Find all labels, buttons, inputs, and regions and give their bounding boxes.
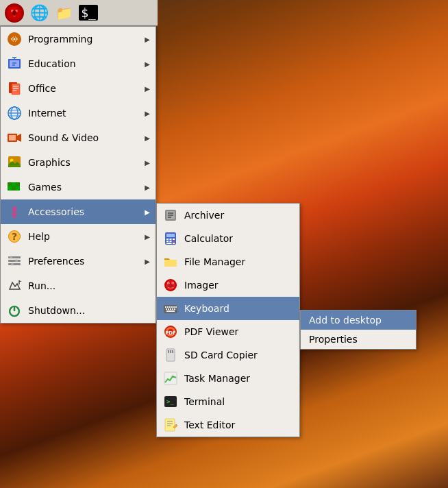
svg-rect-28 bbox=[16, 182, 20, 186]
globe-button[interactable]: 🌐 bbox=[27, 2, 51, 24]
folder-button[interactable]: 📁 bbox=[52, 2, 75, 24]
office-label: Office bbox=[28, 83, 145, 94]
terminal-button[interactable]: $_ bbox=[77, 2, 100, 24]
programming-label: Programming bbox=[28, 34, 145, 45]
add-to-desktop-label: Add to desktop bbox=[309, 315, 408, 326]
svg-rect-11 bbox=[12, 84, 20, 95]
pdf-viewer-label: PDF Viewer bbox=[184, 326, 294, 337]
menu-item-terminal[interactable]: >_ Terminal bbox=[157, 390, 299, 413]
graphics-arrow: ▶ bbox=[145, 159, 150, 167]
menu-item-keyboard[interactable]: Keyboard bbox=[157, 297, 299, 320]
menu-item-properties[interactable]: Properties bbox=[301, 330, 416, 349]
calculator-icon bbox=[162, 230, 179, 247]
games-label: Games bbox=[28, 182, 145, 193]
menu-item-sound-video[interactable]: Sound & Video ▶ bbox=[1, 125, 155, 150]
menu-item-add-to-desktop[interactable]: Add to desktop bbox=[301, 310, 416, 330]
games-icon bbox=[6, 179, 23, 195]
svg-point-7 bbox=[14, 38, 16, 40]
svg-rect-59 bbox=[164, 260, 177, 267]
svg-rect-9 bbox=[10, 60, 19, 67]
svg-rect-70 bbox=[173, 306, 175, 308]
svg-point-17 bbox=[8, 107, 21, 119]
svg-rect-31 bbox=[12, 214, 17, 215]
menu-item-text-editor[interactable]: Text Editor bbox=[157, 413, 299, 437]
menu-item-games[interactable]: Games ▶ bbox=[1, 175, 155, 199]
svg-rect-55 bbox=[170, 241, 172, 242]
main-menu: Programming ▶ Education ▶ Office ▶ bbox=[0, 26, 156, 324]
calculator-label: Calculator bbox=[184, 233, 294, 244]
file-manager-icon bbox=[162, 254, 179, 270]
menu-item-file-manager[interactable]: File Manager bbox=[157, 250, 299, 273]
svg-rect-24 bbox=[8, 182, 12, 186]
menu-item-preferences[interactable]: Preferences ▶ bbox=[1, 249, 155, 273]
svg-rect-46 bbox=[168, 212, 173, 214]
svg-rect-77 bbox=[166, 310, 175, 312]
menu-item-help[interactable]: ? Help ▶ bbox=[1, 224, 155, 249]
menu-item-graphics[interactable]: Graphics ▶ bbox=[1, 150, 155, 175]
help-icon: ? bbox=[6, 228, 23, 245]
menu-item-education[interactable]: Education ▶ bbox=[1, 51, 155, 76]
graphics-icon bbox=[6, 154, 23, 171]
sd-card-copier-label: SD Card Copier bbox=[184, 350, 294, 361]
task-manager-label: Task Manager bbox=[184, 373, 294, 384]
svg-point-64 bbox=[168, 281, 173, 289]
preferences-arrow: ▶ bbox=[145, 258, 150, 265]
svg-point-40 bbox=[11, 263, 14, 266]
accessories-submenu: Archiver Calculator bbox=[156, 203, 300, 437]
shutdown-label: Shutdown... bbox=[28, 305, 150, 316]
menu-item-sd-card-copier[interactable]: SD Card Copier bbox=[157, 343, 299, 367]
preferences-icon bbox=[6, 253, 23, 269]
raspberry-icon bbox=[5, 3, 24, 23]
svg-rect-73 bbox=[168, 308, 169, 310]
menu-item-accessories[interactable]: Accessories ▶ bbox=[1, 199, 155, 224]
svg-text:PDF: PDF bbox=[165, 330, 176, 336]
svg-rect-58 bbox=[173, 243, 175, 244]
accessories-arrow: ▶ bbox=[145, 208, 150, 216]
internet-icon bbox=[6, 105, 23, 121]
menu-item-archiver[interactable]: Archiver bbox=[157, 204, 299, 227]
svg-rect-27 bbox=[12, 186, 16, 191]
text-editor-label: Text Editor bbox=[184, 419, 294, 430]
svg-rect-29 bbox=[16, 186, 20, 191]
file-manager-label: File Manager bbox=[184, 256, 294, 267]
svg-rect-83 bbox=[168, 350, 169, 353]
svg-rect-66 bbox=[165, 306, 166, 308]
raspberry-button[interactable] bbox=[3, 2, 26, 24]
run-icon bbox=[6, 278, 23, 294]
svg-rect-75 bbox=[172, 308, 173, 310]
svg-rect-54 bbox=[166, 241, 169, 242]
sound-video-arrow: ▶ bbox=[145, 134, 150, 142]
menu-item-office[interactable]: Office ▶ bbox=[1, 76, 155, 101]
menu-item-programming[interactable]: Programming ▶ bbox=[1, 27, 155, 51]
accessories-label: Accessories bbox=[28, 206, 145, 217]
programming-arrow: ▶ bbox=[145, 36, 150, 43]
menu-item-shutdown[interactable]: Shutdown... bbox=[1, 298, 155, 323]
internet-label: Internet bbox=[28, 108, 145, 119]
menu-item-pdf-viewer[interactable]: PDF PDF Viewer bbox=[157, 320, 299, 343]
svg-rect-37 bbox=[8, 263, 21, 265]
svg-rect-84 bbox=[170, 350, 171, 353]
svg-rect-53 bbox=[173, 239, 175, 240]
menu-item-calculator[interactable]: Calculator bbox=[157, 227, 299, 250]
svg-rect-25 bbox=[12, 182, 16, 186]
sound-video-label: Sound & Video bbox=[28, 132, 145, 143]
menu-item-task-manager[interactable]: Task Manager bbox=[157, 367, 299, 390]
terminal-submenu-icon: >_ bbox=[162, 393, 179, 410]
svg-text:?: ? bbox=[12, 231, 17, 242]
menu-item-run[interactable]: Run... bbox=[1, 273, 155, 298]
menu-item-internet[interactable]: Internet ▶ bbox=[1, 101, 155, 125]
menu-item-imager[interactable]: Imager bbox=[157, 273, 299, 297]
help-arrow: ▶ bbox=[145, 233, 150, 241]
svg-rect-36 bbox=[8, 260, 21, 262]
folder-icon: 📁 bbox=[55, 5, 73, 21]
pdf-viewer-icon: PDF bbox=[162, 324, 179, 340]
svg-rect-69 bbox=[171, 306, 173, 308]
svg-rect-74 bbox=[170, 308, 171, 310]
svg-rect-56 bbox=[173, 241, 175, 242]
taskbar: 🌐 📁 $_ bbox=[0, 0, 158, 26]
svg-point-39 bbox=[15, 260, 18, 263]
svg-rect-51 bbox=[166, 239, 169, 240]
keyboard-context-menu: Add to desktop Properties bbox=[300, 310, 416, 350]
office-arrow: ▶ bbox=[145, 85, 150, 93]
sd-card-icon bbox=[162, 347, 179, 363]
